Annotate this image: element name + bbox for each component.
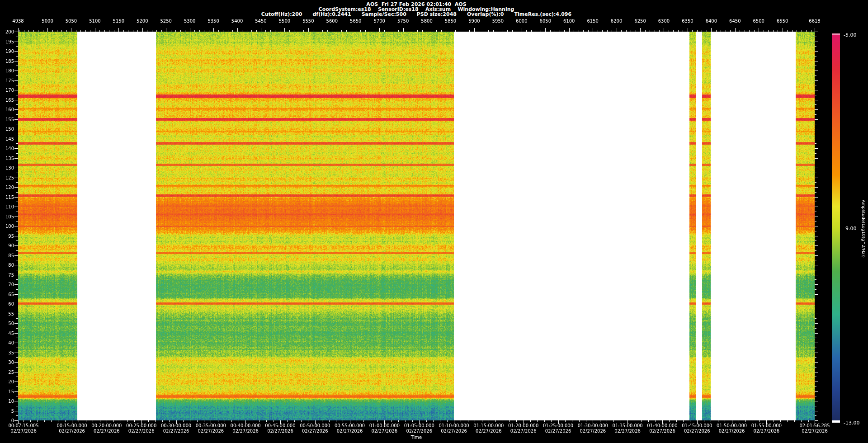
time-axis-time: 00:15:00.000 <box>57 423 87 429</box>
time-axis-time: 01:55:00.000 <box>751 423 782 429</box>
time-axis-label: 00:25:00.00002/27/2026 <box>126 423 156 434</box>
frequency-axis-label: 105 <box>0 214 14 219</box>
time-axis-label: 01:05:00.00002/27/2026 <box>404 423 434 434</box>
time-axis-time: 00:35:00.000 <box>196 423 226 429</box>
record-axis-label: 6200 <box>611 19 622 24</box>
record-axis-label: 6100 <box>563 19 575 24</box>
time-axis-date: 02/27/2026 <box>647 429 677 434</box>
time-axis-time: 02:01:56.285 <box>799 423 830 429</box>
record-axis-label: 6400 <box>706 19 717 24</box>
time-axis-time: 00:50:00.000 <box>300 423 330 429</box>
time-axis-date: 02/27/2026 <box>751 429 782 434</box>
time-axis-date: 02/27/2026 <box>543 429 573 434</box>
time-axis-date: 02/27/2026 <box>439 429 469 434</box>
frequency-axis-label: 115 <box>0 195 14 200</box>
frequency-axis-label: 50 <box>0 321 14 326</box>
time-axis-time: 01:15:00.000 <box>473 423 504 429</box>
frequency-axis-label: 40 <box>0 340 14 345</box>
time-axis-date: 02/27/2026 <box>578 429 608 434</box>
record-axis-label: 5450 <box>255 19 266 24</box>
frequency-axis-label: 190 <box>0 49 14 54</box>
frequency-axis-label: 70 <box>0 282 14 287</box>
frequency-axis-label: 155 <box>0 117 14 122</box>
time-axis-date: 02/27/2026 <box>404 429 434 434</box>
record-axis-label: 5850 <box>445 19 456 24</box>
time-axis-label: 01:15:00.00002/27/2026 <box>473 423 504 434</box>
frequency-axis-label: 195 <box>0 39 14 44</box>
frequency-axis-label: 120 <box>0 185 14 190</box>
time-axis-date: 02/27/2026 <box>613 429 643 434</box>
header-processing-params: Cutoff(Hz):200 df(Hz):0.2441 Sample/Sec:… <box>261 12 571 17</box>
record-axis-label: 5950 <box>492 19 504 24</box>
record-axis-label: 5500 <box>279 19 290 24</box>
colorbar-label-max: -5.00 <box>844 33 856 38</box>
time-axis-date: 02/27/2026 <box>717 429 747 434</box>
colorbar-label-mid: -9.00 <box>844 226 856 231</box>
time-axis-time: 01:30:00.000 <box>578 423 608 429</box>
frequency-axis-label: 135 <box>0 156 14 161</box>
frequency-axis-label: 140 <box>0 146 14 151</box>
time-axis-time: 01:10:00.000 <box>439 423 469 429</box>
time-axis-label: 01:30:00.00002/27/2026 <box>578 423 608 434</box>
record-axis-label: 5150 <box>113 19 124 24</box>
time-axis-time: 00:45:00.000 <box>265 423 295 429</box>
frequency-axis-label: 45 <box>0 331 14 336</box>
time-axis-date: 02/27/2026 <box>473 429 504 434</box>
record-axis-label: 6150 <box>587 19 598 24</box>
record-axis-label: 6300 <box>658 19 670 24</box>
frequency-axis-label: 170 <box>0 88 14 93</box>
spectrogram-canvas <box>18 32 815 420</box>
record-axis-label: 5700 <box>373 19 385 24</box>
frequency-axis-label: 20 <box>0 379 14 384</box>
amplitude-axis-title: Amplitude(Log10(g^2/Hz)) <box>861 200 866 258</box>
time-axis-label: 01:00:00.00002/27/2026 <box>369 423 400 434</box>
frequency-axis-label: 5 <box>0 409 14 414</box>
record-axis-label: 5550 <box>302 19 314 24</box>
frequency-axis-label: 10 <box>0 399 14 404</box>
frequency-axis-label: 90 <box>0 243 14 248</box>
time-axis-date: 02/27/2026 <box>335 429 365 434</box>
record-axis-label: 5600 <box>326 19 338 24</box>
time-axis-date: 02/27/2026 <box>8 429 38 434</box>
time-axis-time: 00:07:15.005 <box>8 423 38 429</box>
record-axis-label: 5900 <box>468 19 480 24</box>
time-axis-label: 00:40:00.00002/27/2026 <box>231 423 261 434</box>
record-axis-label: 5250 <box>160 19 171 24</box>
colorbar-label-min: -13.00 <box>844 420 859 425</box>
frequency-axis-label: 85 <box>0 253 14 258</box>
record-axis-label: 5800 <box>421 19 432 24</box>
colorbar-bottom-cap <box>832 420 840 423</box>
record-axis-label: 5300 <box>184 19 195 24</box>
frequency-axis-label: 30 <box>0 360 14 365</box>
time-axis-time: 00:40:00.000 <box>231 423 261 429</box>
record-axis-label: 5100 <box>89 19 100 24</box>
frequency-axis-label: 75 <box>0 273 14 278</box>
frequency-axis-label: 175 <box>0 78 14 83</box>
colorbar-gradient <box>832 35 840 420</box>
record-axis-label: 5350 <box>208 19 219 24</box>
time-axis-time: 00:25:00.000 <box>126 423 156 429</box>
time-axis-date: 02/27/2026 <box>682 429 712 434</box>
time-axis-label: 01:50:00.00002/27/2026 <box>717 423 747 434</box>
time-axis-time: 01:50:00.000 <box>717 423 747 429</box>
colorbar <box>832 33 840 425</box>
time-axis-time: 01:20:00.000 <box>508 423 538 429</box>
frequency-axis-label: 125 <box>0 175 14 180</box>
time-axis-label: 00:30:00.00002/27/2026 <box>161 423 191 434</box>
frequency-axis-label: 165 <box>0 98 14 103</box>
time-axis-date: 02/27/2026 <box>231 429 261 434</box>
record-axis-label: 6450 <box>729 19 741 24</box>
frequency-axis-label: 110 <box>0 204 14 209</box>
time-axis-date: 02/27/2026 <box>265 429 295 434</box>
record-axis-label: 6000 <box>516 19 527 24</box>
record-axis-label: 6250 <box>634 19 646 24</box>
time-axis-label: 01:55:00.00002/27/2026 <box>751 423 782 434</box>
frequency-axis-label: 130 <box>0 165 14 170</box>
time-axis-time: 01:35:00.000 <box>613 423 643 429</box>
record-axis-label: 5200 <box>137 19 148 24</box>
time-axis-label: 01:10:00.00002/27/2026 <box>439 423 469 434</box>
time-axis-date: 02/27/2026 <box>196 429 226 434</box>
frequency-axis-label: 200 <box>0 29 14 34</box>
time-axis-time: 01:40:00.000 <box>647 423 677 429</box>
time-axis-date: 02/27/2026 <box>91 429 122 434</box>
